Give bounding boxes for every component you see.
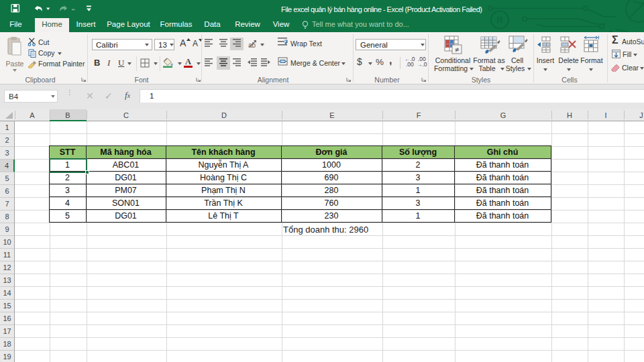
svg-text:≠: ≠ <box>455 46 459 54</box>
svg-text:ab: ab <box>248 42 256 49</box>
svg-text:R: R <box>496 15 503 25</box>
